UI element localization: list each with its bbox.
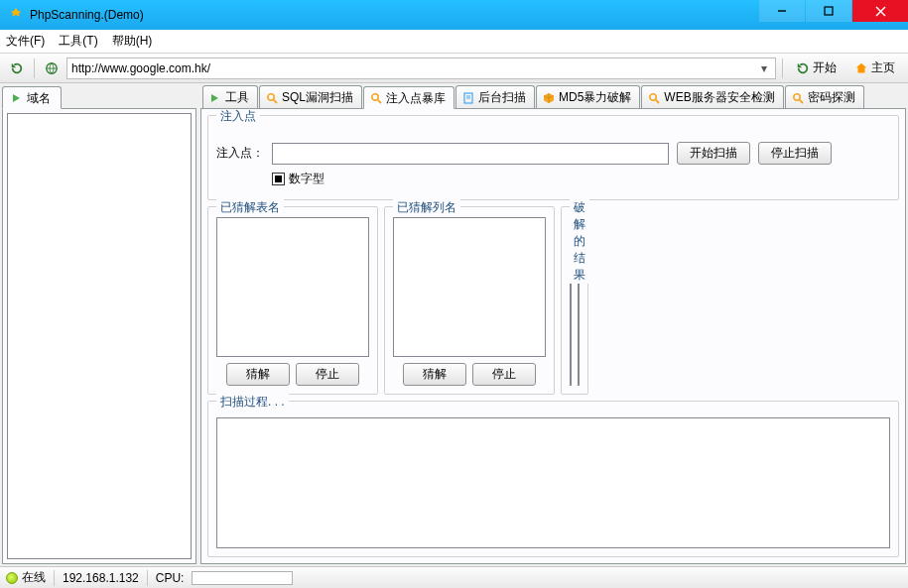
menubar: 文件(F) 工具(T) 帮助(H) <box>0 30 908 54</box>
numeric-checkbox-label: 数字型 <box>289 171 324 187</box>
tab-md5-label: MD5暴力破解 <box>559 89 631 106</box>
arrow-right-icon <box>209 92 221 104</box>
tab-pwprobe-label: 密码探测 <box>808 89 855 106</box>
groupbox-columns: 已猜解列名 猜解 停止 <box>384 206 555 395</box>
tab-websec[interactable]: WEB服务器安全检测 <box>641 85 783 108</box>
svg-point-12 <box>650 93 656 99</box>
start-label: 开始 <box>813 59 837 76</box>
left-panel: 域名 <box>2 85 196 564</box>
statusbar: 在线 192.168.1.132 CPU: <box>0 566 908 588</box>
menu-tools[interactable]: 工具(T) <box>59 33 97 50</box>
groupbox-log: 扫描过程. . . <box>207 401 899 557</box>
toolbar-divider <box>34 59 35 78</box>
status-sep <box>147 570 148 586</box>
tab-sqlscan[interactable]: SQL漏洞扫描 <box>259 85 362 108</box>
tab-backscan[interactable]: 后台扫描 <box>455 85 535 108</box>
refresh-icon <box>796 61 810 75</box>
url-combo[interactable]: ▾ <box>66 58 776 79</box>
magnify-icon <box>792 92 804 104</box>
status-online-label: 在线 <box>22 569 46 586</box>
status-online: 在线 <box>6 569 46 586</box>
url-input[interactable] <box>71 59 757 78</box>
status-sep <box>54 570 55 586</box>
log-textarea[interactable] <box>216 417 890 548</box>
columns-listbox[interactable] <box>393 217 546 357</box>
tables-listbox[interactable] <box>216 217 369 357</box>
main-area: 域名 工具 SQL漏洞扫描 注入点暴库 后台扫描 <box>0 83 908 566</box>
tab-pwprobe[interactable]: 密码探测 <box>785 85 864 108</box>
injection-label: 注入点： <box>216 145 264 162</box>
tab-injectdb-label: 注入点暴库 <box>386 90 446 107</box>
status-cpu-label: CPU: <box>156 571 185 585</box>
arrow-right-icon <box>11 92 23 104</box>
tab-md5[interactable]: MD5暴力破解 <box>536 85 640 108</box>
home-button[interactable]: 主页 <box>847 57 902 79</box>
groupbox-results-legend: 破解的结果 <box>570 199 589 284</box>
menu-help[interactable]: 帮助(H) <box>112 33 153 50</box>
tab-tools[interactable]: 工具 <box>202 85 258 108</box>
left-tabstrip: 域名 <box>2 85 196 109</box>
tab-injectdb[interactable]: 注入点暴库 <box>363 86 454 109</box>
injection-input[interactable] <box>272 143 669 165</box>
columns-guess-button[interactable]: 猜解 <box>403 363 466 386</box>
address-toolbar: ▾ 开始 主页 <box>0 54 908 83</box>
home-label: 主页 <box>871 59 895 76</box>
stop-scan-button[interactable]: 停止扫描 <box>758 142 832 165</box>
tab-domain-label: 域名 <box>27 90 51 107</box>
right-panel: 工具 SQL漏洞扫描 注入点暴库 后台扫描 MD5暴力破解 WEB服务器安全检测 <box>200 85 906 564</box>
svg-line-8 <box>378 100 381 103</box>
tab-domain[interactable]: 域名 <box>2 86 62 109</box>
magnify-icon <box>370 92 382 104</box>
status-ip: 192.168.1.132 <box>63 571 139 585</box>
groupbox-tables-legend: 已猜解表名 <box>216 199 284 216</box>
titlebar: PhpScanning.(Demo) <box>0 0 908 30</box>
minimize-button[interactable] <box>759 0 805 22</box>
svg-line-13 <box>656 100 659 103</box>
magnify-icon <box>266 92 278 104</box>
start-button[interactable]: 开始 <box>789 57 843 79</box>
cube-icon <box>543 92 555 104</box>
svg-line-15 <box>800 100 803 103</box>
svg-point-7 <box>372 94 378 100</box>
numeric-checkbox[interactable] <box>272 173 285 185</box>
app-icon <box>8 7 24 23</box>
toolbar-divider <box>782 59 783 78</box>
url-dropdown-icon[interactable]: ▾ <box>757 61 771 75</box>
right-tabstrip: 工具 SQL漏洞扫描 注入点暴库 后台扫描 MD5暴力破解 WEB服务器安全检测 <box>200 85 906 109</box>
groupbox-tables: 已猜解表名 猜解 停止 <box>207 206 378 395</box>
groupbox-columns-legend: 已猜解列名 <box>393 199 460 216</box>
columns-stop-button[interactable]: 停止 <box>472 363 536 386</box>
right-tabbody: 注入点 注入点： 开始扫描 停止扫描 数字型 已猜解表名 <box>200 109 906 564</box>
tables-stop-button[interactable]: 停止 <box>296 363 359 386</box>
middle-groups: 已猜解表名 猜解 停止 已猜解列名 猜解 停止 破解的结果 <box>207 206 899 395</box>
close-button[interactable] <box>852 0 908 22</box>
tab-websec-label: WEB服务器安全检测 <box>664 89 774 106</box>
svg-line-6 <box>274 100 277 103</box>
tab-backscan-label: 后台扫描 <box>478 89 526 106</box>
groupbox-results: 破解的结果 <box>561 206 588 395</box>
groupbox-injection: 注入点 注入点： 开始扫描 停止扫描 数字型 <box>207 115 899 200</box>
magnify-icon <box>648 92 660 104</box>
menu-file[interactable]: 文件(F) <box>6 33 45 50</box>
groupbox-injection-legend: 注入点 <box>216 109 260 125</box>
home-icon <box>854 61 868 75</box>
svg-point-14 <box>794 93 800 99</box>
svg-rect-1 <box>825 7 833 15</box>
groupbox-log-legend: 扫描过程. . . <box>216 394 289 411</box>
tables-guess-button[interactable]: 猜解 <box>226 363 290 386</box>
maximize-button[interactable] <box>806 0 851 22</box>
globe-button[interactable] <box>41 58 63 79</box>
svg-point-5 <box>268 93 274 99</box>
tab-sqlscan-label: SQL漏洞扫描 <box>282 89 353 106</box>
document-icon <box>462 92 474 104</box>
left-tabbody <box>2 109 196 564</box>
start-scan-button[interactable]: 开始扫描 <box>677 142 750 165</box>
domain-listbox[interactable] <box>7 113 192 559</box>
tab-tools-label: 工具 <box>225 89 249 106</box>
cpu-progressbar <box>192 571 293 585</box>
refresh-button[interactable] <box>6 58 28 79</box>
window-title: PhpScanning.(Demo) <box>30 8 758 22</box>
status-dot-icon <box>6 572 18 584</box>
